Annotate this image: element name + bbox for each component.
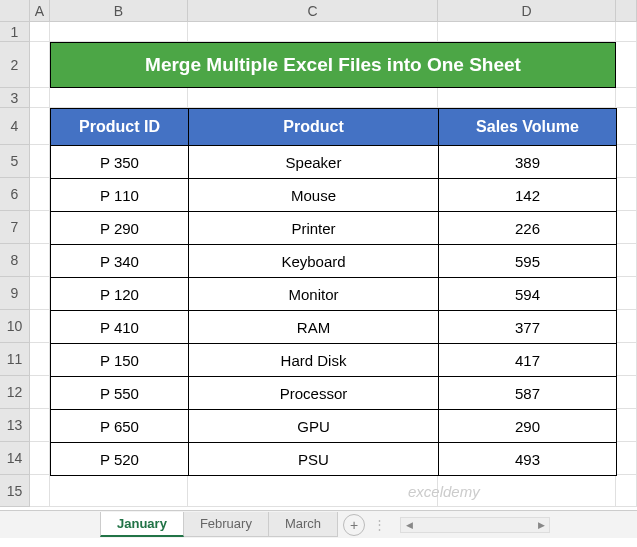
new-sheet-button[interactable]: + — [343, 514, 365, 536]
cell-id[interactable]: P 550 — [51, 377, 189, 410]
cell-product[interactable]: Monitor — [189, 278, 439, 311]
header-sales[interactable]: Sales Volume — [439, 109, 617, 146]
plus-icon: + — [350, 517, 358, 533]
content-layer: Merge Multiple Excel Files into One Shee… — [30, 22, 637, 510]
cell-sales[interactable]: 417 — [439, 344, 617, 377]
table-row[interactable]: P 290Printer226 — [51, 212, 617, 245]
cell-id[interactable]: P 110 — [51, 179, 189, 212]
cell-product[interactable]: Speaker — [189, 146, 439, 179]
row-header-9[interactable]: 9 — [0, 277, 30, 310]
column-header-C[interactable]: C — [188, 0, 438, 22]
cell-product[interactable]: Mouse — [189, 179, 439, 212]
cell-id[interactable]: P 350 — [51, 146, 189, 179]
row-header-4[interactable]: 4 — [0, 108, 30, 145]
sheet-tab-bar: JanuaryFebruaryMarch + ⋮ ◀ ▶ — [0, 510, 637, 538]
cell-product[interactable]: Keyboard — [189, 245, 439, 278]
tab-march[interactable]: March — [268, 512, 338, 537]
scroll-right-icon[interactable]: ▶ — [533, 518, 549, 532]
cell-sales[interactable]: 142 — [439, 179, 617, 212]
header-product-id[interactable]: Product ID — [51, 109, 189, 146]
row-header-1[interactable]: 1 — [0, 22, 30, 42]
column-header-B[interactable]: B — [50, 0, 188, 22]
tab-separator: ⋮ — [373, 517, 388, 532]
column-header-D[interactable]: D — [438, 0, 616, 22]
table-row[interactable]: P 650GPU290 — [51, 410, 617, 443]
cell-product[interactable]: Hard Disk — [189, 344, 439, 377]
cell-id[interactable]: P 410 — [51, 311, 189, 344]
cell-sales[interactable]: 595 — [439, 245, 617, 278]
title-banner: Merge Multiple Excel Files into One Shee… — [50, 42, 616, 88]
tab-february[interactable]: February — [183, 512, 269, 537]
title-text: Merge Multiple Excel Files into One Shee… — [145, 54, 521, 76]
horizontal-scrollbar[interactable]: ◀ ▶ — [400, 517, 550, 533]
data-table: Product ID Product Sales Volume P 350Spe… — [50, 108, 617, 476]
cell-id[interactable]: P 520 — [51, 443, 189, 476]
row-header-15[interactable]: 15 — [0, 475, 30, 507]
table-row[interactable]: P 340Keyboard595 — [51, 245, 617, 278]
table-row[interactable]: P 120Monitor594 — [51, 278, 617, 311]
row-header-14[interactable]: 14 — [0, 442, 30, 475]
cell-id[interactable]: P 150 — [51, 344, 189, 377]
cell-product[interactable]: GPU — [189, 410, 439, 443]
cell-id[interactable]: P 650 — [51, 410, 189, 443]
scroll-left-icon[interactable]: ◀ — [401, 518, 417, 532]
column-header-end[interactable] — [616, 0, 637, 22]
cell-id[interactable]: P 340 — [51, 245, 189, 278]
cell-sales[interactable]: 290 — [439, 410, 617, 443]
header-product[interactable]: Product — [189, 109, 439, 146]
cell-product[interactable]: Printer — [189, 212, 439, 245]
table-row[interactable]: P 350Speaker389 — [51, 146, 617, 179]
row-header-12[interactable]: 12 — [0, 376, 30, 409]
cells-container[interactable]: Merge Multiple Excel Files into One Shee… — [30, 22, 637, 510]
table-row[interactable]: P 410RAM377 — [51, 311, 617, 344]
cell-sales[interactable]: 594 — [439, 278, 617, 311]
row-header-6[interactable]: 6 — [0, 178, 30, 211]
row-header-13[interactable]: 13 — [0, 409, 30, 442]
row-header-8[interactable]: 8 — [0, 244, 30, 277]
cell-sales[interactable]: 587 — [439, 377, 617, 410]
spreadsheet-area: ABCD 123456789101112131415 Merge Multipl… — [0, 0, 637, 510]
table-row[interactable]: P 520PSU493 — [51, 443, 617, 476]
cell-product[interactable]: RAM — [189, 311, 439, 344]
cell-sales[interactable]: 493 — [439, 443, 617, 476]
row-header-2[interactable]: 2 — [0, 42, 30, 88]
row-header-5[interactable]: 5 — [0, 145, 30, 178]
cell-sales[interactable]: 377 — [439, 311, 617, 344]
column-header-A[interactable]: A — [30, 0, 50, 22]
row-header-3[interactable]: 3 — [0, 88, 30, 108]
cell-id[interactable]: P 290 — [51, 212, 189, 245]
select-all-corner[interactable] — [0, 0, 30, 22]
column-headers: ABCD — [30, 0, 637, 22]
table-row[interactable]: P 150Hard Disk417 — [51, 344, 617, 377]
row-header-10[interactable]: 10 — [0, 310, 30, 343]
row-header-11[interactable]: 11 — [0, 343, 30, 376]
cell-sales[interactable]: 226 — [439, 212, 617, 245]
tab-january[interactable]: January — [100, 512, 184, 537]
cell-product[interactable]: PSU — [189, 443, 439, 476]
cell-sales[interactable]: 389 — [439, 146, 617, 179]
row-headers: 123456789101112131415 — [0, 22, 30, 510]
table-row[interactable]: P 110Mouse142 — [51, 179, 617, 212]
cell-product[interactable]: Processor — [189, 377, 439, 410]
row-header-7[interactable]: 7 — [0, 211, 30, 244]
watermark: exceldemy — [408, 483, 480, 500]
cell-id[interactable]: P 120 — [51, 278, 189, 311]
table-row[interactable]: P 550Processor587 — [51, 377, 617, 410]
